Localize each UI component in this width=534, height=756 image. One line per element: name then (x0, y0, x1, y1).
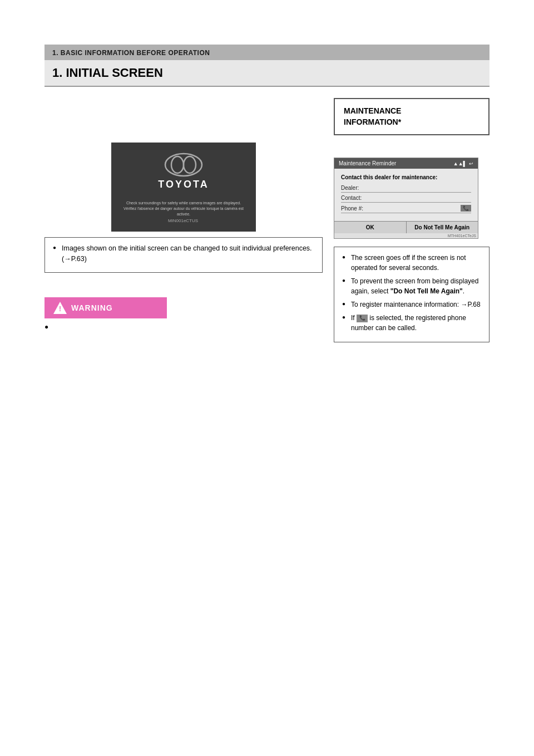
mr-header: Maintenance Reminder ▲▲▌ ↩ (334, 158, 478, 169)
warning-bullet-area: ● (44, 323, 323, 331)
right-bullet-item-4: If 📞 is selected, the registered phone n… (342, 313, 481, 333)
mr-body-title: Contact this dealer for maintenance: (341, 174, 471, 180)
mr-header-icons: ▲▲▌ ↩ (453, 161, 473, 166)
mr-dealer-label: Dealer: (341, 185, 380, 191)
mr-do-not-button[interactable]: Do Not Tell Me Again (407, 222, 478, 233)
initial-screen-bullet-item: Images shown on the initial screen can b… (53, 243, 314, 264)
section-header-text: 1. BASIC INFORMATION BEFORE OPERATION (52, 49, 210, 57)
toyota-brand-name: TOYOTA (158, 179, 209, 190)
title-bar: 1. INITIAL SCREEN (44, 60, 490, 87)
toyota-screen-container: TOYOTA Check surroundings for safety whi… (44, 143, 323, 232)
right-bullet-item-3: To register maintenance information: →P.… (342, 300, 481, 310)
mr-row-contact: Contact: (341, 195, 471, 203)
maintenance-info-box: MAINTENANCE INFORMATION* (334, 98, 490, 135)
mr-phone-call-icon[interactable]: 📞 (461, 205, 471, 212)
mr-footer: OK Do Not Tell Me Again (334, 221, 478, 233)
toyota-logo-icon (164, 151, 203, 179)
signal-icon: ▲▲▌ (453, 161, 467, 166)
warning-bullet-icon: ● (44, 323, 48, 331)
warning-box: ! WARNING (44, 297, 167, 318)
mr-ok-button[interactable]: OK (334, 222, 407, 233)
mr-phone-label: Phone #: (341, 205, 380, 212)
initial-screen-bullet-box: Images shown on the initial screen can b… (44, 237, 323, 273)
main-content: TOYOTA Check surroundings for safety whi… (44, 87, 490, 354)
right-bullet-item-1: The screen goes off if the screen is not… (342, 253, 481, 273)
mr-body: Contact this dealer for maintenance: Dea… (334, 169, 478, 221)
svg-point-1 (171, 156, 184, 173)
mr-row-phone: Phone #: 📞 (341, 205, 471, 213)
page-title: 1. INITIAL SCREEN (52, 66, 163, 80)
toyota-screen-warning-text: Check surroundings for safety while came… (117, 200, 250, 217)
warning-label: WARNING (71, 303, 113, 312)
svg-point-2 (184, 156, 196, 173)
warning-exclaim-icon: ! (59, 305, 61, 313)
mr-contact-label: Contact: (341, 195, 380, 201)
toyota-screen-id: MIN001eCTUS (168, 218, 199, 223)
phone-icon-inline: 📞 (357, 315, 368, 322)
warning-section: ! WARNING ● (44, 286, 323, 331)
right-column: MAINTENANCE INFORMATION* Maintenance Rem… (334, 98, 490, 342)
mr-screen-id: MTH401eCTeJS (334, 233, 478, 238)
mr-row-dealer: Dealer: (341, 185, 471, 193)
mr-header-title: Maintenance Reminder (339, 160, 396, 166)
section-header: 1. BASIC INFORMATION BEFORE OPERATION (44, 45, 490, 60)
toyota-screen: TOYOTA Check surroundings for safety whi… (111, 143, 256, 232)
back-icon: ↩ (469, 161, 473, 166)
page-container: 1. BASIC INFORMATION BEFORE OPERATION 1.… (0, 45, 534, 756)
left-column: TOYOTA Check surroundings for safety whi… (44, 98, 323, 342)
maintenance-reminder-screen: Maintenance Reminder ▲▲▌ ↩ Contact this … (334, 158, 478, 239)
warning-triangle-container: ! (53, 302, 67, 314)
right-bullet-box: The screen goes off if the screen is not… (334, 247, 490, 342)
maintenance-info-title: MAINTENANCE INFORMATION* (344, 106, 479, 127)
right-bullet-item-2: To prevent the screen from being display… (342, 276, 481, 296)
toyota-logo-area: TOYOTA (158, 151, 209, 190)
